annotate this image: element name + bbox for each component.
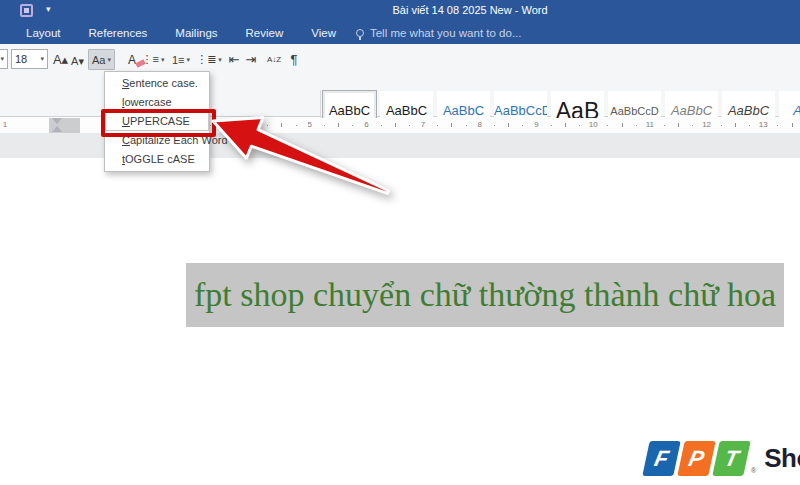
ruler-tick (664, 125, 665, 126)
tab-mailings[interactable]: Mailings (161, 22, 231, 44)
numbering-icon: 1≡ (172, 54, 185, 66)
ruler-tick (721, 125, 722, 126)
clear-formatting-icon: A (128, 53, 136, 67)
ruler-number: 9 (534, 120, 538, 129)
chevron-down-icon: ▾ (187, 56, 191, 64)
ruler-tick (338, 123, 339, 127)
grow-font-button[interactable]: A▴ (52, 49, 69, 70)
ruler-number: 11 (646, 120, 654, 129)
title-bar: ▾ Bài viết 14 08 2025 New - Word (0, 0, 800, 22)
hanging-indent-marker[interactable] (52, 126, 62, 132)
ruler-number: 7 (421, 120, 425, 129)
ruler-tick (508, 123, 509, 127)
ruler-number: 4 (251, 120, 255, 129)
first-line-indent-marker[interactable] (52, 118, 62, 124)
increase-indent-button[interactable]: ⇥ (243, 49, 259, 70)
ruler-tick (636, 125, 637, 126)
ruler-tick (225, 123, 226, 127)
ruler-tick (494, 125, 495, 126)
ruler-tick (451, 123, 452, 127)
ruler-number: 8 (478, 120, 482, 129)
font-name-combo[interactable]: ▾ (0, 49, 8, 69)
bullets-button[interactable]: ⋮≡ ▾ (140, 49, 166, 70)
chevron-down-icon: ▾ (40, 55, 44, 63)
ruler-tick (678, 123, 679, 127)
tell-me-box[interactable]: Tell me what you want to do... (356, 27, 522, 39)
ruler-tick (281, 123, 282, 127)
ruler-number: 12 (702, 120, 711, 129)
chevron-down-icon: ▾ (107, 56, 111, 64)
ruler-tick (296, 125, 297, 126)
sort-icon: A↓Z (267, 55, 281, 64)
sort-button[interactable]: A↓Z (263, 49, 285, 70)
ruler-number: 1 (3, 120, 7, 129)
document-text[interactable]: fpt shop chuyển chữ thường thành chữ hoa (186, 263, 784, 327)
ruler-tick (466, 125, 467, 126)
logo-shop-text: Shop (764, 443, 800, 474)
chevron-down-icon: ▾ (0, 55, 4, 63)
registered-icon: ® (751, 467, 756, 474)
ruler-number: 6 (364, 120, 368, 129)
ruler-tick (777, 125, 778, 126)
multilevel-list-icon: ⋮≣ (196, 53, 216, 66)
tab-review[interactable]: Review (232, 22, 298, 44)
quick-access-icon[interactable] (20, 4, 33, 17)
font-size-combo[interactable]: 18 ▾ (11, 49, 48, 69)
fpt-tile-t: T (712, 441, 750, 476)
ruler-number: 10 (589, 120, 598, 129)
bullets-icon: ⋮≡ (142, 53, 159, 66)
ruler-number: 5 (307, 120, 311, 129)
ruler-tick (437, 125, 438, 126)
tab-references[interactable]: References (75, 22, 162, 44)
annotation-highlight-box (101, 109, 216, 137)
chevron-down-icon: ▾ (218, 56, 222, 64)
quick-access-more-icon[interactable]: ▾ (46, 4, 51, 14)
ruler-number: 13 (759, 120, 768, 129)
tab-view[interactable]: View (297, 22, 350, 44)
ruler-tick (551, 125, 552, 126)
ruler-tick (381, 125, 382, 126)
tab-layout[interactable]: Layout (12, 22, 75, 44)
window-title: Bài viết 14 08 2025 New - Word (340, 4, 600, 16)
ruler-tick (324, 125, 325, 126)
ruler-tick (395, 123, 396, 127)
ruler-tick (735, 123, 736, 127)
menu-item-toggle-case[interactable]: tOGGLE cASE (105, 150, 209, 169)
ruler-tick (692, 125, 693, 126)
tell-me-label: Tell me what you want to do... (370, 27, 522, 39)
font-size-value: 18 (15, 53, 27, 65)
ruler-tick (267, 125, 268, 126)
fpt-tile-f: F (642, 441, 680, 476)
ruler-tick (579, 125, 580, 126)
ruler-tick (749, 125, 750, 126)
ruler-tick (522, 125, 523, 126)
ruler-tick (565, 123, 566, 127)
ruler-tick (352, 125, 353, 126)
ribbon-tab-bar: Layout References Mailings Review View T… (0, 22, 800, 44)
lightbulb-icon (356, 29, 364, 37)
ruler-tick (622, 123, 623, 127)
decrease-indent-button[interactable]: ⇤ (226, 49, 242, 70)
ruler-tick (409, 125, 410, 126)
show-hide-pilcrow-button[interactable]: ¶ (286, 49, 302, 70)
ruler-tick (607, 125, 608, 126)
multilevel-list-button[interactable]: ⋮≣ ▾ (196, 49, 222, 70)
menu-item-sentence-case[interactable]: Sentence case. (105, 74, 209, 93)
fpt-shop-logo: F P T ® Shop .com.vn (646, 441, 800, 476)
chevron-down-icon: ▾ (161, 56, 165, 64)
ruler-tick (239, 125, 240, 126)
change-case-button[interactable]: Aa ▾ (88, 49, 115, 70)
ruler-tick (792, 123, 793, 127)
fpt-tile-p: P (677, 441, 715, 476)
shrink-font-button[interactable]: A▾ (70, 51, 85, 72)
word-window: ▾ Bài viết 14 08 2025 New - Word Layout … (0, 0, 800, 485)
numbering-button[interactable]: 1≡ ▾ (168, 49, 194, 70)
change-case-icon: Aa (92, 54, 105, 66)
